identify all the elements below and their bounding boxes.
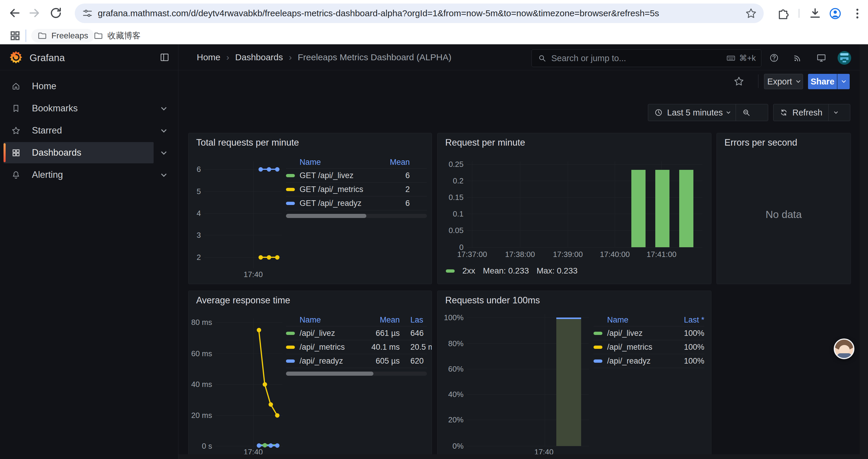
chevron-down-icon[interactable] [162,151,166,156]
panel-title[interactable]: Request per minute [445,137,525,148]
toolbar-divider [799,9,800,18]
legend-series-name[interactable]: /api/_metrics [607,342,672,352]
site-settings-icon[interactable] [82,8,93,19]
legend-max: Max: 0.233 [536,266,578,275]
legend-series-name[interactable]: /api/_livez [300,329,365,338]
mega-menu-toggle-icon[interactable] [159,52,170,63]
breadcrumb-dashboards[interactable]: Dashboards [235,52,283,62]
avatar-body [837,353,851,359]
kiosk-monitor-icon[interactable] [816,53,827,63]
legend-series-last: 100% [672,342,704,352]
export-button[interactable]: Export [764,74,803,89]
legend-scrollbar[interactable] [286,371,427,376]
export-label: Export [767,77,792,87]
legend-series-name[interactable]: /api/_readyz [607,357,672,366]
sidebar-item-home[interactable]: Home [4,76,154,97]
series-color-pill [286,359,295,363]
legend-series-last: 646 [400,329,427,338]
floating-avatar-widget[interactable] [834,338,855,359]
browser-forward-icon[interactable] [28,6,42,20]
legend-series-mean: 605 µs [365,357,400,366]
legend-series-last: 20.5 m [400,342,427,352]
search-input[interactable]: Search or jump to... ⌘+k [531,49,761,67]
legend-row: GET /api/_readyz 6 [286,196,427,210]
legend-row: /api/_metrics 40.1 ms 20.5 m [286,340,427,354]
grafana-logo-icon[interactable] [9,50,23,64]
legend-table: Name Mean GET /api/_livez 6 GET /api/_me… [286,156,427,218]
legend-row: /api/_livez 100% [593,326,704,340]
legend-col-name[interactable]: Name [300,316,365,325]
panel-title[interactable]: Requests under 100ms [445,295,540,306]
time-range-group: Last 5 minutes [648,104,768,121]
refresh-interval-button[interactable] [829,104,843,121]
legend-col-name[interactable]: Name [300,158,383,167]
legend-series-last: 100% [672,329,704,338]
time-range-label: Last 5 minutes [667,108,723,118]
legend-scrollbar[interactable] [286,214,427,218]
share-label: Share [811,77,835,87]
bookmark-star-icon[interactable] [745,7,757,20]
legend-series-name[interactable]: /api/_metrics [300,342,365,352]
browser-menu-icon[interactable] [850,6,864,21]
share-menu-button[interactable] [837,74,850,89]
legend-col-mean[interactable]: Mean [365,316,400,325]
address-bar[interactable]: grafana.mathmast.com/d/deytv4rwavabkb/fr… [75,4,764,23]
legend-series-name[interactable]: /api/_readyz [300,357,365,366]
chevron-down-icon[interactable] [162,129,166,134]
help-icon[interactable] [769,53,779,63]
keyboard-icon [726,54,736,63]
sidebar-item-alerting[interactable]: Alerting [4,164,154,186]
profile-icon[interactable] [828,6,842,21]
legend-col-last[interactable]: Las [400,316,427,325]
sidebar-item-starred[interactable]: Starred [4,120,154,141]
brand-name[interactable]: Grafana [30,52,65,64]
legend-series-name[interactable]: GET /api/_metrics [300,185,383,194]
legend-series-mean: 6 [383,171,410,180]
browser-back-icon[interactable] [7,6,21,20]
url-text[interactable]: grafana.mathmast.com/d/deytv4rwavabkb/fr… [98,8,745,18]
bookmark-folder-freeleaps[interactable]: Freeleaps [31,29,94,42]
share-button[interactable]: Share [808,74,837,89]
series-color-pill [593,359,602,363]
legend-series-name[interactable]: GET /api/_readyz [300,199,383,208]
legend-row: /api/_livez 661 µs 646 [286,326,427,340]
browser-reload-icon[interactable] [49,6,63,20]
breadcrumb-current: Freeleaps Metrics Dashboard (ALPHA) [298,52,452,62]
refresh-group: Refresh [773,104,850,121]
legend-header: Name Mean [286,156,427,169]
bookmark-icon [11,104,21,113]
horizontal-scrollbar[interactable] [179,454,860,459]
series-color-pill [286,202,295,205]
legend-inline: 2xx Mean: 0.233 Max: 0.233 [446,266,578,275]
sidebar-item-bookmarks[interactable]: Bookmarks [4,98,154,119]
panel-title[interactable]: Average response time [196,295,290,306]
legend-series-name[interactable]: /api/_livez [607,329,672,338]
bookmark-folder-blogs[interactable]: 收藏博客 [88,29,147,42]
legend-col-last[interactable]: Last * [672,316,704,325]
bookmark-label: 收藏博客 [107,30,141,41]
legend-col-name[interactable]: Name [607,316,672,325]
chevron-down-icon[interactable] [162,173,166,178]
zoom-out-button[interactable] [736,104,756,121]
refresh-button[interactable]: Refresh [773,104,829,121]
legend-series-name[interactable]: GET /api/_livez [300,171,383,180]
panel-title[interactable]: Total requests per minute [196,137,299,148]
apps-grid-icon[interactable] [9,30,21,42]
legend-col-mean[interactable]: Mean [383,158,410,167]
actions-divider [758,74,758,88]
bookmarks-divider [25,30,26,42]
vertical-scrollbar[interactable] [860,44,868,459]
chevron-down-icon[interactable] [162,106,166,112]
extensions-icon[interactable] [776,6,790,21]
news-rss-icon[interactable] [793,53,803,63]
breadcrumb-home[interactable]: Home [197,52,220,62]
sidebar-item-dashboards[interactable]: Dashboards [4,142,154,163]
legend-series-name[interactable]: 2xx [462,266,475,275]
legend-series-mean: 2 [383,185,410,194]
panel-title[interactable]: Errors per second [724,137,797,148]
sidebar-divider [178,44,179,459]
user-avatar[interactable] [838,51,851,65]
downloads-icon[interactable] [808,6,822,21]
favorite-star-icon[interactable] [733,76,745,87]
time-range-picker[interactable]: Last 5 minutes [648,104,736,121]
